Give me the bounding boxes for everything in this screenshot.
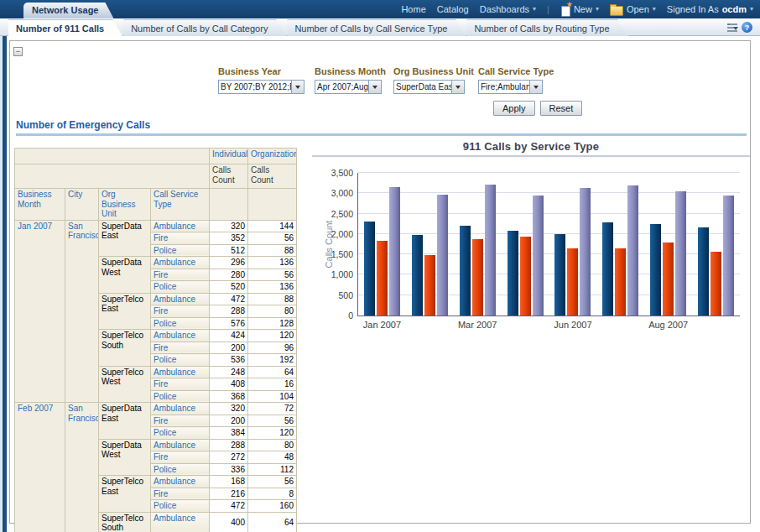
service-type-link[interactable]: Ambulance bbox=[154, 514, 195, 523]
bar-ambulance-sep-2007[interactable] bbox=[698, 227, 709, 316]
bar-ambulance-aug-2007[interactable] bbox=[650, 224, 661, 316]
service-type-link[interactable]: Ambulance bbox=[154, 477, 195, 486]
month-link[interactable]: Jan 2007 bbox=[18, 222, 52, 231]
apply-button[interactable]: Apply bbox=[493, 101, 535, 116]
bar-ambulance-feb-2007[interactable] bbox=[412, 235, 423, 316]
cell-call-service-type: Ambulance bbox=[151, 330, 210, 342]
service-type-link[interactable]: Fire bbox=[154, 416, 168, 425]
dropdown-arrow-icon[interactable] bbox=[529, 81, 542, 93]
cell-individual-count: 536 bbox=[210, 354, 248, 367]
signed-in-menu[interactable]: Signed In Asocdm ▾ bbox=[667, 4, 753, 14]
cell-individual-count: 336 bbox=[210, 463, 248, 476]
service-type-link[interactable]: Fire bbox=[154, 489, 168, 498]
dropdown-value: Apr 2007;Aug 2 bbox=[315, 81, 368, 93]
service-type-link[interactable]: Ambulance bbox=[154, 441, 195, 450]
service-type-link[interactable]: Fire bbox=[154, 233, 168, 243]
service-type-link[interactable]: Police bbox=[154, 319, 176, 328]
service-type-link[interactable]: Police bbox=[154, 392, 176, 401]
column-header-individual[interactable]: Individual bbox=[210, 149, 248, 164]
bar-fire-jan-2007[interactable] bbox=[377, 241, 388, 316]
service-type-link[interactable]: Ambulance bbox=[154, 295, 195, 304]
tab-number-of-calls-by-call-service-type[interactable]: Number of Calls by Call Service Type bbox=[287, 19, 466, 36]
open-menu[interactable]: Open▾ bbox=[610, 3, 656, 16]
bar-group-apr-2007 bbox=[502, 173, 549, 316]
dropdown-arrow-icon[interactable] bbox=[451, 81, 464, 93]
service-type-link[interactable]: Police bbox=[154, 428, 176, 437]
service-type-link[interactable]: Ambulance bbox=[154, 331, 195, 340]
bar-police-feb-2007[interactable] bbox=[437, 195, 448, 316]
bar-fire-mar-2007[interactable] bbox=[472, 239, 483, 316]
business-year-dropdown[interactable]: BY 2007;BY 2012;B bbox=[218, 80, 305, 94]
service-type-link[interactable]: Ambulance bbox=[154, 404, 195, 413]
cell-org-business-unit: SuperData East bbox=[99, 220, 151, 257]
cell-organization-count: 144 bbox=[248, 220, 297, 232]
tab-number-of-calls-by-routing-type[interactable]: Number of Calls by Routing Type bbox=[466, 19, 627, 36]
service-type-link[interactable]: Police bbox=[154, 246, 176, 255]
dashboards-menu[interactable]: Dashboards▾ bbox=[480, 4, 536, 14]
tab-number-of-calls-by-call-category[interactable]: Number of Calls by Call Category bbox=[123, 19, 286, 36]
bar-police-jul-2007[interactable] bbox=[627, 185, 638, 316]
org-business-unit-dropdown[interactable]: SuperData East bbox=[393, 80, 465, 94]
bar-ambulance-jul-2007[interactable] bbox=[602, 222, 613, 316]
column-header-call-service-type[interactable]: Call Service Type bbox=[151, 189, 210, 221]
service-type-link[interactable]: Fire bbox=[154, 270, 168, 279]
bar-ambulance-apr-2007[interactable] bbox=[508, 231, 518, 316]
service-type-link[interactable]: Ambulance bbox=[154, 258, 195, 267]
home-link[interactable]: Home bbox=[401, 4, 425, 14]
bar-group-jun-2007: Jun 2007 bbox=[549, 173, 597, 316]
collapse-section-icon[interactable]: − bbox=[13, 47, 23, 56]
bar-police-jun-2007[interactable] bbox=[580, 188, 591, 316]
cell-organization-count: 128 bbox=[248, 317, 297, 330]
new-menu[interactable]: ★ New▾ bbox=[560, 4, 599, 15]
cell-business-month: Feb 2007 bbox=[15, 403, 65, 532]
column-header-organization[interactable]: Organization bbox=[248, 149, 297, 164]
help-icon[interactable]: ? bbox=[742, 22, 752, 33]
page-options-area: ? bbox=[727, 22, 752, 33]
bar-fire-jul-2007[interactable] bbox=[615, 248, 626, 316]
bar-fire-sep-2007[interactable] bbox=[711, 252, 721, 316]
city-link[interactable]: San Francisco bbox=[68, 404, 99, 423]
month-link[interactable]: Feb 2007 bbox=[18, 404, 53, 413]
bar-ambulance-mar-2007[interactable] bbox=[460, 226, 471, 316]
cell-organization-count: 56 bbox=[248, 476, 297, 488]
bar-police-jan-2007[interactable] bbox=[389, 187, 400, 316]
bar-fire-apr-2007[interactable] bbox=[520, 237, 531, 316]
dashboard-title-tab[interactable]: Network Usage bbox=[23, 3, 113, 18]
dropdown-arrow-icon[interactable] bbox=[291, 81, 304, 93]
page-options-icon[interactable] bbox=[727, 23, 737, 32]
service-type-link[interactable]: Police bbox=[154, 501, 176, 510]
service-type-link[interactable]: Fire bbox=[154, 306, 168, 316]
bar-police-mar-2007[interactable] bbox=[485, 185, 496, 316]
call-service-type-dropdown[interactable]: Fire;Ambulance bbox=[478, 80, 543, 94]
cell-business-month: Jan 2007 bbox=[15, 220, 65, 403]
cell-org-business-unit: SuperData East bbox=[99, 403, 151, 440]
bar-ambulance-jan-2007[interactable] bbox=[364, 222, 375, 316]
service-type-link[interactable]: Police bbox=[154, 282, 176, 291]
service-type-link[interactable]: Ambulance bbox=[154, 222, 195, 231]
dropdown-arrow-icon[interactable] bbox=[368, 81, 381, 93]
service-type-link[interactable]: Ambulance bbox=[154, 368, 195, 377]
bar-fire-jun-2007[interactable] bbox=[567, 248, 578, 316]
column-header-org-business-unit[interactable]: Org Business Unit bbox=[99, 189, 151, 221]
bar-police-apr-2007[interactable] bbox=[533, 196, 544, 316]
catalog-link[interactable]: Catalog bbox=[437, 4, 469, 14]
tab-number-of-911-calls[interactable]: Number of 911 Calls bbox=[8, 19, 122, 36]
column-header-city[interactable]: City bbox=[65, 189, 99, 221]
cell-call-service-type: Police bbox=[151, 317, 210, 330]
service-type-link[interactable]: Fire bbox=[154, 452, 168, 462]
bar-police-aug-2007[interactable] bbox=[675, 191, 686, 316]
reset-button[interactable]: Reset bbox=[540, 101, 583, 116]
bar-fire-feb-2007[interactable] bbox=[424, 255, 435, 316]
service-type-link[interactable]: Police bbox=[154, 465, 176, 474]
service-type-link[interactable]: Police bbox=[154, 355, 176, 364]
business-month-dropdown[interactable]: Apr 2007;Aug 2 bbox=[315, 80, 382, 94]
table-header-row: Calls Count Calls Count bbox=[15, 164, 297, 189]
prompt-business-month: Business MonthApr 2007;Aug 2 bbox=[315, 66, 386, 94]
column-header-business-month[interactable]: Business Month bbox=[15, 189, 65, 221]
bar-fire-aug-2007[interactable] bbox=[663, 243, 674, 316]
bar-ambulance-jun-2007[interactable] bbox=[554, 234, 565, 316]
service-type-link[interactable]: Fire bbox=[154, 343, 168, 352]
service-type-link[interactable]: Fire bbox=[154, 379, 168, 389]
city-link[interactable]: San Francisco bbox=[68, 222, 99, 241]
bar-police-sep-2007[interactable] bbox=[723, 196, 734, 316]
